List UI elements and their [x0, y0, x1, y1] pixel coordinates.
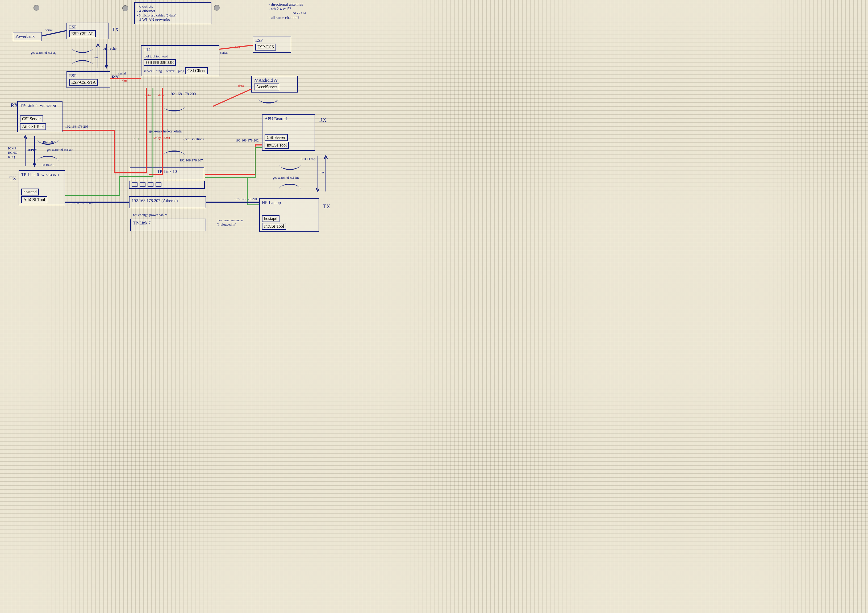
tplink6-model: WR2543ND [41, 173, 59, 177]
tplink6-svc2: AthCSI Tool [21, 196, 47, 203]
tplink5-model: WR2543ND [40, 104, 57, 108]
wifi-ath-proto2: REPLY [26, 147, 37, 152]
esp-ecs-data: data [234, 45, 240, 50]
t14-ip: 192.168.178.200 [169, 92, 196, 96]
apu-svc1: CSI Server [265, 134, 288, 141]
wifi-esp-ssid: geosearchef-csi-ap [31, 51, 56, 55]
android-data: data [238, 84, 244, 88]
t14-tools-header: tool tool tool tool [144, 54, 217, 59]
powerbank-box: Powerbank [13, 32, 42, 41]
tplink7-note: not enough power cables [133, 213, 167, 217]
esp-tx-module: ESP-CSI-AP [69, 30, 96, 37]
hp-box: HP-Laptop hostapd IntCSI Tool [259, 198, 319, 232]
apu-role: RX [319, 117, 327, 123]
tplink10-name: TP-Link 10 [132, 169, 202, 174]
tplink10-box: TP-Link 10 [130, 167, 204, 180]
hp-svc1: hostapd [262, 215, 279, 222]
wifi-data-ssid: geosearchef-csi-data [149, 129, 181, 133]
apu-echo: ECHO req. [301, 157, 316, 161]
esp-rx-module: ESP-CSI-STA [69, 79, 98, 86]
tplink5-ip-eth: 192.168.178.205 [65, 124, 88, 129]
wifi-data-icon2 [158, 147, 190, 160]
tplink6-name: TP-Link 6 [21, 172, 39, 177]
tplink6-box: TP-Link 6 WR2543ND hostapd AthCSI Tool [19, 170, 65, 205]
esp-ecs-box: ESP ESP-ECS [253, 36, 291, 53]
apu-name: APU Board 1 [265, 116, 313, 121]
tplink7-antennas: 3 external antennas (1 plugged in) [217, 218, 246, 227]
atheros-box: 192.168.178.207 (Atheros) [129, 196, 206, 208]
esp-tx-box: ESP ESP-CSI-AP [67, 23, 109, 39]
esp-rx-name: ESP [69, 73, 108, 78]
hp-svc2: IntCSI Tool [262, 223, 286, 230]
esp-tx-name: ESP [69, 25, 106, 29]
questions-notes: - directional antennas - ath 2,4 vs 5? 5… [268, 2, 306, 20]
android-module: AccelServer [254, 84, 279, 90]
wifi-esp-res: res [95, 56, 98, 60]
q1: - directional antennas [268, 2, 306, 7]
apu-box: APU Board 1 CSI Server IntCSI Tool [262, 114, 315, 151]
esp-rx-data: data [122, 79, 128, 83]
t14-box: T14 tool tool tool tool SSH SSH SSH SSH … [141, 45, 219, 76]
t14-ssh-row: SSH SSH SSH SSH [144, 59, 176, 66]
t14-serverping: server + ping [144, 69, 165, 73]
tplink5-name: TP-Link 5 [20, 103, 37, 108]
tplink5-box: TP-Link 5 WR2543ND CSI Server AthCSI Too… [17, 101, 62, 132]
t14-serverping2: server + ping [166, 69, 184, 73]
atheros-label: (Atheros) [161, 199, 178, 203]
t14-data1: data [145, 93, 151, 97]
android-box: ?? Android ?? AccelServer [251, 76, 298, 93]
req-2: - 4 ethernet [137, 9, 209, 13]
powerbank-label: Powerbank [16, 34, 34, 39]
hp-role: TX [323, 203, 330, 210]
q2: - ath 2,4 vs 5? [268, 7, 306, 11]
switch-ports [129, 181, 205, 189]
apu-res: res [321, 170, 324, 174]
tplink6-role: TX [9, 175, 17, 182]
wifi-ath-ssid: geosearchef-csi-ath [46, 147, 73, 152]
req-3: - 3 micro usb cables (2 data) [137, 13, 209, 17]
esp-rx-serial: serial [118, 71, 126, 76]
tplink5-role: RX [11, 102, 18, 109]
esp-rx-box: ESP ESP-CSI-STA [67, 71, 110, 88]
wifi-int-ssid: geosearchef-csi-int [273, 175, 299, 180]
tplink7-name: TP-Link 7 [133, 221, 203, 225]
t14-client: CSI Client [185, 67, 208, 74]
wifi-data-isolation: (ecg-isolation) [183, 137, 204, 141]
wifi-data-icon [158, 102, 190, 114]
tplink7-box: TP-Link 7 [130, 219, 206, 231]
wifi-ath-icon [37, 136, 59, 147]
wifi-esp-icon2 [72, 57, 93, 69]
hp-name: HP-Laptop [262, 200, 316, 205]
q3: - all same channel? [268, 16, 306, 20]
ssh-label: SSH [132, 137, 139, 141]
apu-svc2: IntCSI Tool [265, 142, 289, 149]
tplink6-svc1: hostapd [21, 189, 39, 196]
wifi-ath-proto1: ICMP ECHO REQ [8, 146, 23, 159]
requirements-box: - 6 outlets - 4 ethernet - 3 micro usb c… [134, 2, 211, 24]
android-name: ?? Android ?? [254, 78, 295, 83]
tplink6-ip-wifi: 10.10.0.6 [41, 163, 54, 167]
wifi-int-icon2 [279, 181, 301, 193]
wifi-esp-proto: UDP echo [102, 47, 116, 51]
esp-tx-role: TX [112, 26, 119, 33]
hp-ip: 192.168.178.201 [234, 197, 259, 201]
esp-ecs-module: ESP-ECS [255, 43, 276, 51]
wifi-android-icon [258, 95, 279, 106]
esp-ecs-name: ESP [255, 38, 288, 43]
wifi-int-icon [279, 161, 301, 173]
req-4: - 4 WLAN networks [137, 17, 209, 22]
powerbank-serial: serial [45, 28, 53, 32]
t14-name: T14 [144, 47, 217, 52]
wifi-data-router-ip: 192.168.178.207 [180, 158, 203, 163]
t14-serial: serial [220, 51, 228, 55]
tplink6-ip-eth: 192.168.178.206 [69, 201, 93, 205]
wifi-esp-icon [72, 44, 93, 56]
req-1: - 6 outlets [137, 4, 209, 9]
apu-ip: 192.168.178.202 [236, 138, 259, 143]
tplink5-svc1: CSI Server [20, 115, 43, 122]
atheros-ip: 192.168.178.207 [132, 199, 160, 203]
wifi-data-note: (24ky 662x) [153, 136, 170, 140]
t14-data2: data [158, 93, 164, 97]
q2b: 56 vs 114 [293, 11, 306, 16]
esp-rx-role: RX [112, 74, 119, 81]
